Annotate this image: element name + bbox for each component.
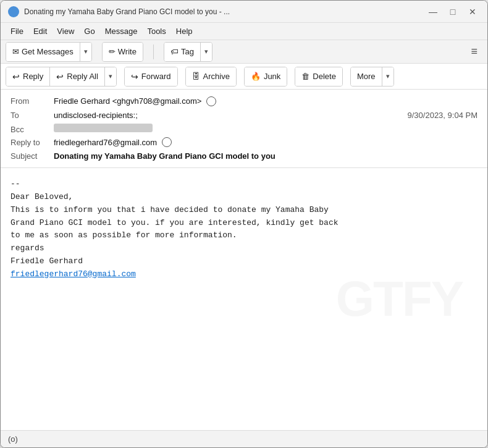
menu-tools[interactable]: Tools xyxy=(142,25,170,38)
close-button[interactable]: ✕ xyxy=(465,4,480,19)
delete-group: 🗑 Delete xyxy=(295,67,343,87)
menu-file[interactable]: File xyxy=(6,25,28,38)
reply-button[interactable]: ↩ Reply xyxy=(6,67,49,86)
get-messages-button[interactable]: ✉ Get Messages xyxy=(6,43,80,61)
body-line-6: regards xyxy=(11,242,477,255)
reply-to-profile-icon[interactable] xyxy=(162,137,172,147)
body-line-3: This is to inform you that i have decide… xyxy=(11,204,477,217)
toolbar-separator xyxy=(153,44,154,59)
menu-help[interactable]: Help xyxy=(171,25,198,38)
get-messages-group: ✉ Get Messages ▾ xyxy=(6,42,92,62)
tag-icon: 🏷 xyxy=(170,47,179,56)
archive-button[interactable]: 🗄 Archive xyxy=(186,67,236,86)
delete-icon: 🗑 xyxy=(301,72,309,81)
action-toolbar: ↩ Reply ↩ Reply All ▾ ↪ Forward 🗄 Archiv… xyxy=(1,64,487,90)
body-line-2: Dear Beloved, xyxy=(11,191,477,204)
email-header: From Friedle Gerhard <ghgvh708@gmail.com… xyxy=(1,90,487,168)
to-value: undisclosed-recipients:; xyxy=(54,111,408,120)
tag-button[interactable]: 🏷 Tag xyxy=(164,43,200,61)
pencil-icon: ✏ xyxy=(109,47,116,56)
titlebar: Donating my Yamaha Baby Grand Piano GCI … xyxy=(1,1,487,23)
window-title: Donating my Yamaha Baby Grand Piano GCI … xyxy=(24,7,426,16)
forward-button[interactable]: ↪ Forward xyxy=(125,67,177,86)
to-row: To undisclosed-recipients:; 9/30/2023, 9… xyxy=(11,109,477,122)
email-body: GTFY -- Dear Beloved, This is to inform … xyxy=(1,168,487,430)
tag-group: 🏷 Tag ▾ xyxy=(164,42,212,62)
reply-icon: ↩ xyxy=(12,72,20,82)
sender-profile-icon[interactable] xyxy=(206,96,216,106)
to-label: To xyxy=(11,111,54,120)
bcc-value-blurred xyxy=(54,124,153,132)
reply-to-row: Reply to friedlegerhard76@gmail.com xyxy=(11,136,477,150)
reply-all-button[interactable]: ↩ Reply All xyxy=(49,67,104,86)
reply-to-value: friedlegerhard76@gmail.com xyxy=(54,138,477,148)
junk-group: 🔥 Junk xyxy=(244,67,287,87)
archive-icon: 🗄 xyxy=(192,72,200,81)
more-chevron[interactable]: ▾ xyxy=(382,67,393,86)
statusbar: (o) xyxy=(1,430,487,447)
tag-chevron[interactable]: ▾ xyxy=(200,43,212,61)
app-icon xyxy=(8,6,19,17)
envelope-icon: ✉ xyxy=(12,47,19,56)
more-group: More ▾ xyxy=(350,67,394,87)
body-line-1: -- xyxy=(11,178,477,191)
reply-group: ↩ Reply ↩ Reply All ▾ xyxy=(6,67,117,87)
reply-all-icon: ↩ xyxy=(56,72,64,82)
reply-chevron[interactable]: ▾ xyxy=(104,67,116,86)
write-group: ✏ Write xyxy=(102,42,143,62)
from-value: Friedle Gerhard <ghgvh708@gmail.com> xyxy=(54,96,477,107)
minimize-button[interactable]: — xyxy=(426,4,440,19)
menu-message[interactable]: Message xyxy=(100,25,143,38)
hamburger-button[interactable]: ≡ xyxy=(466,43,482,61)
email-window: Donating my Yamaha Baby Grand Piano GCI … xyxy=(0,0,488,448)
from-row: From Friedle Gerhard <ghgvh708@gmail.com… xyxy=(11,95,477,109)
body-link-line: friedlegerhard76@gmail.com xyxy=(11,268,477,281)
bcc-label: Bcc xyxy=(11,125,54,134)
body-line-4: Grand Piano GCI model to you. if you are… xyxy=(11,217,477,230)
status-icon: (o) xyxy=(8,434,18,444)
window-controls: — □ ✕ xyxy=(426,4,480,19)
write-button[interactable]: ✏ Write xyxy=(103,43,143,61)
menu-go[interactable]: Go xyxy=(79,25,99,38)
email-signature-link[interactable]: friedlegerhard76@gmail.com xyxy=(11,269,136,279)
more-button[interactable]: More xyxy=(351,67,382,86)
subject-label: Subject xyxy=(11,151,54,161)
bcc-row: Bcc xyxy=(11,122,477,136)
email-date: 9/30/2023, 9:04 PM xyxy=(408,111,477,120)
subject-row: Subject Donating my Yamaha Baby Grand Pi… xyxy=(11,150,477,163)
forward-group: ↪ Forward xyxy=(124,67,178,87)
from-label: From xyxy=(11,96,54,106)
main-toolbar: ✉ Get Messages ▾ ✏ Write 🏷 Tag ▾ ≡ xyxy=(1,40,487,64)
menu-edit[interactable]: Edit xyxy=(28,25,52,38)
maximize-button[interactable]: □ xyxy=(445,4,460,19)
body-line-7: Friedle Gerhard xyxy=(11,255,477,268)
body-line-5: to me as soon as possible for more infor… xyxy=(11,229,477,242)
get-messages-chevron[interactable]: ▾ xyxy=(80,43,91,61)
forward-icon: ↪ xyxy=(131,72,138,82)
subject-value: Donating my Yamaha Baby Grand Piano GCI … xyxy=(54,151,276,161)
delete-button[interactable]: 🗑 Delete xyxy=(295,67,342,86)
reply-to-label: Reply to xyxy=(11,138,54,147)
junk-icon: 🔥 xyxy=(251,72,261,81)
menubar: File Edit View Go Message Tools Help xyxy=(1,23,487,40)
junk-button[interactable]: 🔥 Junk xyxy=(245,67,287,86)
archive-group: 🗄 Archive xyxy=(185,67,237,87)
menu-view[interactable]: View xyxy=(52,25,79,38)
